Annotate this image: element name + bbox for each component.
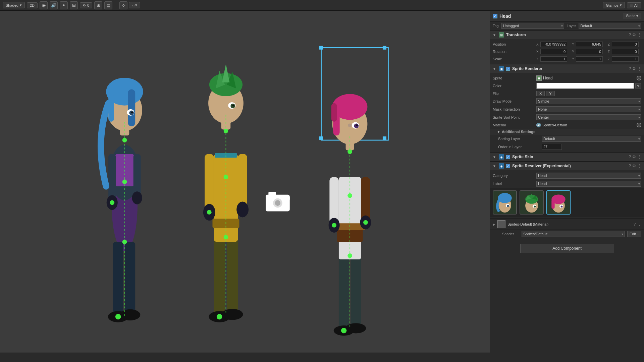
sprite-sort-row: Sprite Sort Point Center bbox=[490, 113, 644, 121]
sound-icon[interactable]: 🔊 bbox=[50, 1, 58, 9]
sprite-skin-menu-icon[interactable]: ⋮ bbox=[637, 155, 641, 159]
transform-actions: ? ⚙ ⋮ bbox=[629, 33, 641, 37]
svg-point-34 bbox=[236, 202, 249, 218]
position-z-input[interactable] bbox=[612, 42, 639, 47]
static-button[interactable]: Static ▾ bbox=[623, 13, 641, 19]
draw-mode-select-wrapper[interactable]: Simple bbox=[536, 98, 641, 104]
gizmos-btn[interactable]: Gizmos ▾ bbox=[603, 2, 625, 8]
sprite-renderer-enabled[interactable]: ✓ bbox=[506, 67, 510, 71]
color-edit-btn[interactable]: ✎ bbox=[635, 83, 641, 88]
position-xyz: X Y Z bbox=[536, 42, 641, 47]
aspect-btn[interactable]: ▭▾ bbox=[129, 2, 140, 8]
sorting-layer-select-wrapper[interactable]: Default bbox=[542, 136, 641, 142]
scale-y-input[interactable] bbox=[576, 56, 603, 62]
scene-icon[interactable]: ⊞ bbox=[70, 1, 78, 9]
mask-interaction-select-wrapper[interactable]: None bbox=[536, 106, 641, 112]
label-select-wrapper[interactable]: Head bbox=[536, 181, 641, 187]
shading-mode-btn[interactable]: Shaded ▾ bbox=[3, 2, 25, 8]
category-select-wrapper[interactable]: Head bbox=[536, 173, 641, 179]
crosshair-icon[interactable]: ⊹ bbox=[119, 1, 127, 9]
sprite-renderer-help-icon[interactable]: ? bbox=[629, 66, 631, 71]
flip-x-btn[interactable]: X bbox=[536, 91, 545, 96]
sprite-ref: ▣ Head bbox=[536, 75, 635, 81]
all-btn[interactable]: ☰ All bbox=[627, 2, 641, 8]
sprite-thumb-3[interactable] bbox=[546, 190, 571, 215]
sprite-resolver-help-icon[interactable]: ? bbox=[629, 164, 631, 168]
grid-icon[interactable]: ⊞ bbox=[94, 1, 102, 9]
sprite-skin-enabled[interactable]: ✓ bbox=[506, 155, 510, 159]
stats-btn[interactable]: ⚙ 0 bbox=[80, 2, 92, 8]
label-select[interactable]: Head bbox=[536, 181, 641, 187]
sprite-resolver-enabled[interactable]: ✓ bbox=[506, 164, 510, 168]
scale-z-input[interactable] bbox=[612, 56, 639, 62]
color-swatch[interactable] bbox=[536, 83, 634, 89]
sprite-sort-select-wrapper[interactable]: Center bbox=[536, 114, 641, 120]
object-name[interactable]: Head bbox=[499, 13, 621, 19]
sprite-resolver-settings-icon[interactable]: ⚙ bbox=[632, 164, 636, 168]
shader-edit-btn[interactable]: Edit... bbox=[627, 231, 641, 237]
tag-select-wrapper[interactable]: Untagged bbox=[501, 23, 564, 29]
sprite-skin-settings-icon[interactable]: ⚙ bbox=[632, 155, 636, 159]
add-component-area: Add Component bbox=[490, 238, 644, 258]
layer-icon[interactable]: ▤ bbox=[104, 1, 112, 9]
draw-mode-value: Simple bbox=[536, 98, 641, 104]
sprite-target-icon[interactable] bbox=[637, 76, 641, 80]
mask-interaction-row: Mask Interaction None bbox=[490, 105, 644, 113]
rotation-x-input[interactable] bbox=[540, 49, 567, 54]
svg-rect-63 bbox=[351, 256, 361, 327]
material-help-icon[interactable]: ? bbox=[634, 222, 636, 226]
order-in-layer-input[interactable] bbox=[542, 144, 562, 150]
rotation-row: Rotation X Y Z bbox=[490, 48, 644, 55]
rotation-y-input[interactable] bbox=[576, 49, 603, 54]
shading-mode-arrow: ▾ bbox=[20, 3, 22, 7]
transform-header[interactable]: ▼ ⊞ Transform ? ⚙ ⋮ bbox=[490, 31, 644, 39]
shader-select[interactable]: Sprites/Default bbox=[522, 231, 625, 237]
mode-2d-btn[interactable]: 2D bbox=[27, 2, 38, 8]
flip-y-btn[interactable]: Y bbox=[546, 91, 554, 96]
transform-help-icon[interactable]: ? bbox=[629, 33, 631, 37]
category-select[interactable]: Head bbox=[536, 173, 641, 179]
object-enabled-checkbox[interactable]: ✓ bbox=[493, 14, 497, 18]
sprite-skin-help-icon[interactable]: ? bbox=[629, 155, 631, 159]
svg-rect-33 bbox=[238, 154, 247, 207]
sprite-thumb-2[interactable] bbox=[520, 190, 544, 215]
material-value: ◉ Sprites-Default bbox=[536, 123, 641, 127]
sprite-resolver-menu-icon[interactable]: ⋮ bbox=[637, 164, 641, 168]
layer-select[interactable]: Default bbox=[579, 23, 641, 29]
scale-y-item: Y bbox=[572, 56, 605, 62]
sprite-sort-select[interactable]: Center bbox=[536, 114, 641, 120]
sprite-renderer-menu-icon[interactable]: ⋮ bbox=[637, 66, 641, 71]
material-expand-arrow[interactable]: ▶ bbox=[493, 223, 495, 226]
add-component-button[interactable]: Add Component bbox=[520, 244, 614, 253]
scale-x-input[interactable] bbox=[540, 56, 567, 62]
tag-layer-row: Tag Untagged Layer Default bbox=[490, 21, 644, 31]
sprite-thumb-icon: ▣ bbox=[536, 75, 542, 81]
sprite-resolver-header[interactable]: ▼ ◈ ✓ Sprite Resolver (Experimental) ? ⚙… bbox=[490, 162, 644, 170]
transform-settings-icon[interactable]: ⚙ bbox=[632, 33, 636, 37]
sprite-renderer-title: Sprite Renderer bbox=[512, 66, 627, 71]
material-target-icon[interactable] bbox=[637, 123, 641, 127]
transform-menu-icon[interactable]: ⋮ bbox=[637, 33, 641, 37]
sorting-layer-select[interactable]: Default bbox=[542, 136, 641, 142]
category-label: Category bbox=[493, 174, 536, 178]
tag-select[interactable]: Untagged bbox=[501, 23, 564, 29]
mask-interaction-select[interactable]: None bbox=[536, 106, 641, 112]
sprite-thumb-1[interactable] bbox=[493, 190, 517, 215]
fx-icon[interactable]: ✦ bbox=[60, 1, 68, 9]
material-menu-icon[interactable]: ⋮ bbox=[638, 222, 641, 227]
sprite-skin-header[interactable]: ▼ ◈ ✓ Sprite Skin ? ⚙ ⋮ bbox=[490, 153, 644, 161]
color-label: Color bbox=[493, 84, 536, 88]
persp-icon[interactable]: ◉ bbox=[40, 1, 48, 9]
position-y-input[interactable] bbox=[576, 42, 603, 47]
scale-value: X Y Z bbox=[536, 56, 641, 62]
draw-mode-select[interactable]: Simple bbox=[536, 98, 641, 104]
shader-select-wrapper[interactable]: Sprites/Default bbox=[522, 231, 625, 237]
rotation-z-input[interactable] bbox=[612, 49, 639, 54]
svg-point-85 bbox=[341, 328, 347, 334]
additional-settings-header[interactable]: ▼ Additional Settings bbox=[490, 129, 644, 135]
sprite-renderer-settings-icon[interactable]: ⚙ bbox=[632, 66, 636, 71]
scene-view[interactable] bbox=[0, 11, 490, 362]
layer-select-wrapper[interactable]: Default bbox=[579, 23, 641, 29]
sprite-renderer-header[interactable]: ▼ ▣ ✓ Sprite Renderer ? ⚙ ⋮ bbox=[490, 64, 644, 73]
position-x-input[interactable] bbox=[540, 42, 567, 47]
